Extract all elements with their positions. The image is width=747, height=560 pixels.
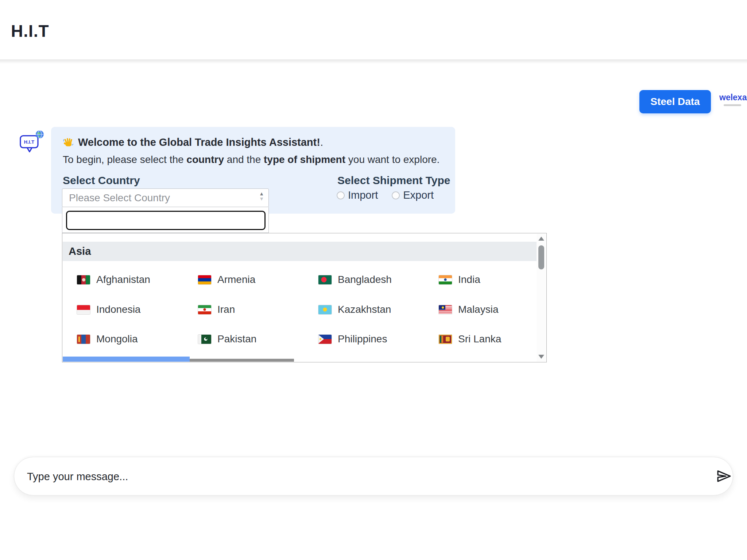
select-shipment-type-label: Select Shipment Type [337, 174, 450, 187]
send-button[interactable] [713, 465, 735, 487]
import-radio-label: Import [348, 189, 378, 201]
shipment-type-radio-group: Import Export [337, 189, 434, 201]
import-radio-circle[interactable] [337, 191, 345, 199]
country-option-malaysia[interactable]: Malaysia [439, 303, 498, 316]
intro-suffix: you want to explore. [345, 154, 440, 165]
import-radio[interactable]: Import [337, 189, 378, 201]
armenia-flag-icon [198, 275, 211, 284]
mongolia-flag-icon [77, 335, 90, 344]
pakistan-flag-icon [198, 335, 211, 344]
welcome-suffix: . [320, 136, 323, 148]
country-select-placeholder: Please Select Country [69, 192, 170, 204]
dropdown-vertical-scrollbar[interactable] [537, 234, 546, 362]
country-option-mongolia[interactable]: Mongolia [77, 332, 138, 346]
welexa-logo-text: welexa [719, 93, 746, 102]
country-option-philippines[interactable]: Philippines [318, 332, 387, 346]
welcome-title: Welcome to the Global Trade Insights Ass… [78, 136, 320, 148]
export-radio-label: Export [403, 189, 434, 201]
app-screen: H.I.T Steel Data welexa H.I.T [0, 0, 747, 560]
globe-icon [36, 131, 44, 139]
app-header: H.I.T [0, 0, 747, 59]
region-group-header: Asia [63, 242, 537, 261]
select-spinner-icon[interactable]: ▲ ▼ [259, 191, 264, 201]
country-option-sri-lanka[interactable]: Sri Lanka [439, 332, 501, 346]
welcome-line: Welcome to the Global Trade Insights Ass… [63, 136, 323, 148]
wave-hand-icon [63, 137, 74, 148]
india-flag-icon [439, 275, 452, 284]
horizontal-scroll-track[interactable] [190, 359, 294, 362]
assistant-avatar-icon: H.I.T [19, 130, 44, 155]
philippines-flag-icon [318, 335, 332, 344]
export-radio-circle[interactable] [392, 191, 400, 199]
country-option-iran[interactable]: Iran [198, 303, 235, 316]
country-option-indonesia[interactable]: Indonesia [77, 303, 140, 316]
country-option-india[interactable]: India [439, 273, 480, 286]
iran-flag-icon [198, 305, 211, 314]
welexa-logo-tagline [724, 104, 741, 106]
export-radio[interactable]: Export [392, 189, 434, 201]
country-option-bangladesh[interactable]: Bangladesh [318, 273, 392, 286]
intro-prefix: To begin, please select the [63, 154, 186, 165]
intro-mid: and the [224, 154, 264, 165]
message-input[interactable] [26, 457, 699, 496]
app-title: H.I.T [11, 21, 49, 41]
vertical-scroll-thumb[interactable] [538, 245, 544, 269]
country-option-pakistan[interactable]: Pakistan [198, 332, 256, 346]
afghanistan-flag-icon [77, 275, 90, 284]
horizontal-scroll-thumb[interactable] [63, 357, 190, 362]
country-option-afghanistan[interactable]: Afghanistan [77, 273, 150, 286]
intro-shipment-word: type of shipment [264, 154, 345, 165]
malaysia-flag-icon [439, 305, 452, 314]
bangladesh-flag-icon [318, 275, 332, 284]
kazakhstan-flag-icon [318, 305, 332, 314]
scroll-down-arrow-icon[interactable] [538, 355, 544, 359]
country-option-kazakhstan[interactable]: Kazakhstan [318, 303, 391, 316]
select-country-label: Select Country [63, 174, 140, 187]
country-dropdown-panel: Asia Afghanistan Armenia Bangladesh Indi… [62, 233, 547, 362]
steel-data-button[interactable]: Steel Data [639, 90, 711, 113]
intro-country-word: country [186, 154, 224, 165]
avatar-label: H.I.T [24, 139, 34, 145]
scroll-up-arrow-icon[interactable] [538, 237, 544, 241]
country-option-armenia[interactable]: Armenia [198, 273, 255, 286]
send-paper-plane-icon [716, 468, 732, 485]
country-select-box[interactable]: Please Select Country ▲ ▼ [62, 188, 269, 207]
country-search-input[interactable] [66, 211, 266, 230]
sri-lanka-flag-icon [439, 335, 452, 344]
header-divider [0, 59, 747, 64]
intro-line: To begin, please select the country and … [63, 154, 440, 166]
indonesia-flag-icon [77, 305, 90, 314]
welexa-logo: welexa [719, 93, 746, 106]
